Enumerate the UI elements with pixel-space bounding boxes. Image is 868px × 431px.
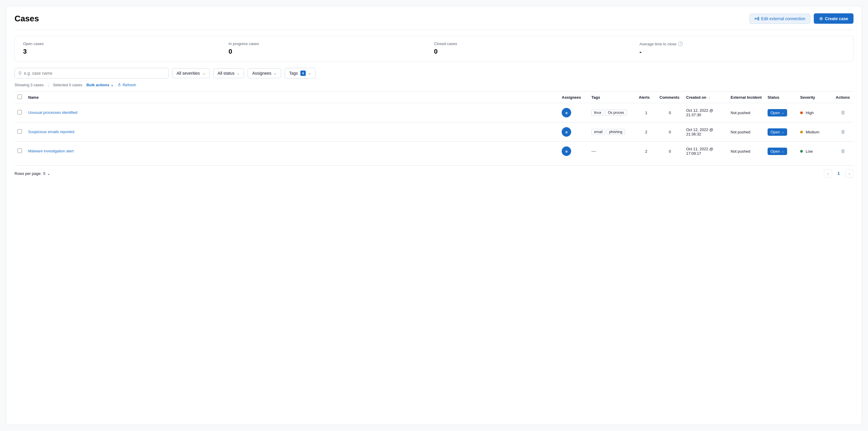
status-button[interactable]: Open ⌄ [768, 128, 787, 136]
prev-page-button[interactable]: ‹ [824, 169, 832, 177]
row-checkbox[interactable] [18, 148, 22, 153]
edit-external-connection-button[interactable]: Edit external connection [749, 13, 810, 24]
created-on-cell: Oct 12, 2022 @ 21:37:30 [683, 103, 727, 122]
created-on-cell: Oct 12, 2022 @ 21:36:32 [683, 122, 727, 142]
comments-cell: 0 [656, 122, 683, 142]
svg-point-0 [755, 18, 756, 19]
sort-down-icon: ↓ [709, 96, 710, 99]
severity-cell: High [797, 103, 833, 122]
col-header-created[interactable]: Created on ↓ [683, 92, 727, 103]
svg-point-2 [758, 19, 759, 20]
table-header-row: Name Assignees Tags Alerts Comments Crea… [14, 92, 854, 103]
row-checkbox-cell[interactable] [14, 142, 25, 161]
avatar: e [562, 146, 571, 156]
status-dropdown[interactable]: All status ⌄ [213, 68, 244, 78]
rows-per-page-value: 5 [43, 171, 45, 176]
open-cases-value: 3 [23, 48, 229, 55]
create-case-label: Create case [825, 16, 848, 21]
svg-point-1 [758, 17, 759, 18]
rows-per-page-label: Rows per page: [14, 171, 41, 176]
created-on-cell: Oct 11, 2022 @ 17:09:17 [683, 142, 727, 161]
col-header-assignees: Assignees [559, 92, 588, 103]
refresh-button[interactable]: ↻ Refresh [118, 83, 136, 87]
bulk-actions-button[interactable]: Bulk actions ⌄ [87, 83, 114, 87]
pagination: ‹ 1 › [824, 169, 854, 177]
select-all-header[interactable] [14, 92, 25, 103]
tag-badge: linux [591, 110, 604, 116]
row-checkbox-cell[interactable] [14, 122, 25, 142]
status-cell[interactable]: Open ⌄ [765, 142, 797, 161]
avg-time-value: - [640, 48, 845, 56]
plus-circle-icon: ⊕ [819, 16, 823, 21]
search-wrapper[interactable]: ⚲ [14, 68, 168, 79]
severity-dot [800, 111, 803, 114]
in-progress-label: In progress cases [229, 41, 434, 46]
actions-cell[interactable]: 🗑 [833, 122, 854, 142]
col-header-actions: Actions [833, 92, 854, 103]
tag-badge: phishing [607, 129, 625, 135]
rows-per-page[interactable]: Rows per page: 5 ⌄ [14, 171, 50, 176]
meta-separator: | [48, 83, 49, 87]
status-button[interactable]: Open ⌄ [768, 109, 787, 116]
status-button[interactable]: Open ⌄ [768, 148, 787, 155]
tags-dropdown[interactable]: Tags 4 ⌄ [285, 68, 315, 79]
case-name-cell: Unusual processes identified [25, 103, 559, 122]
table-meta-row: Showing 3 cases | Selected 0 cases Bulk … [14, 83, 854, 87]
no-tags: — [591, 148, 596, 153]
connection-icon [754, 16, 759, 21]
header-divider [14, 30, 854, 30]
chevron-down-icon: ⌄ [202, 71, 205, 75]
in-progress-value: 0 [229, 48, 434, 55]
row-checkbox[interactable] [18, 129, 22, 134]
col-header-alerts: Alerts [636, 92, 656, 103]
info-icon: ? [678, 41, 683, 46]
tags-label: Tags [289, 71, 298, 76]
tags-cell: emailphishing [588, 122, 636, 142]
case-name-link[interactable]: Unusual processes identified [28, 110, 77, 115]
table-footer: Rows per page: 5 ⌄ ‹ 1 › [14, 165, 854, 177]
case-name-cell: Malware investigation alert [25, 142, 559, 161]
showing-count: Showing 3 cases [14, 83, 43, 87]
comments-cell: 0 [656, 142, 683, 161]
tags-cell: — [588, 142, 636, 161]
case-name-link[interactable]: Malware investigation alert [28, 149, 74, 153]
delete-icon[interactable]: 🗑 [841, 129, 845, 134]
severity-label: Low [806, 149, 813, 153]
chevron-down-icon: ⌄ [111, 83, 114, 87]
refresh-icon: ↻ [117, 82, 122, 87]
chevron-down-icon: ⌄ [274, 71, 277, 75]
search-icon: ⚲ [19, 70, 22, 76]
actions-cell[interactable]: 🗑 [833, 142, 854, 161]
delete-icon[interactable]: 🗑 [841, 148, 845, 153]
chevron-down-icon: ⌄ [237, 71, 240, 75]
case-name-link[interactable]: Suspicious emails reported [28, 130, 74, 134]
chevron-down-icon: ⌄ [47, 171, 50, 176]
col-header-comments: Comments [656, 92, 683, 103]
chevron-down-icon: ⌄ [781, 130, 784, 134]
search-input[interactable] [24, 71, 165, 76]
closed-value: 0 [434, 48, 640, 55]
avg-time-label: Average time to close ? [640, 41, 845, 46]
assignees-dropdown[interactable]: Assignees ⌄ [248, 68, 281, 78]
closed-label: Closed cases [434, 41, 640, 46]
status-cell[interactable]: Open ⌄ [765, 122, 797, 142]
status-cell[interactable]: Open ⌄ [765, 103, 797, 122]
select-all-checkbox[interactable] [18, 94, 22, 99]
status-label: Open [771, 111, 780, 115]
tag-badge: Os proces [605, 110, 627, 116]
col-header-status: Status [765, 92, 797, 103]
create-case-button[interactable]: ⊕ Create case [814, 13, 854, 24]
row-checkbox-cell[interactable] [14, 103, 25, 122]
actions-cell[interactable]: 🗑 [833, 103, 854, 122]
col-header-severity: Severity [797, 92, 833, 103]
delete-icon[interactable]: 🗑 [841, 110, 845, 115]
comments-cell: 0 [656, 103, 683, 122]
severities-dropdown[interactable]: All severities ⌄ [172, 68, 210, 78]
external-incident-cell: Not pushed [727, 122, 765, 142]
next-page-button[interactable]: › [845, 169, 854, 177]
row-checkbox[interactable] [18, 110, 22, 114]
severity-dot [800, 131, 803, 134]
status-label: All status [218, 71, 235, 76]
svg-line-4 [756, 19, 758, 19]
table-row: Unusual processes identified e linuxOs p… [14, 103, 854, 122]
